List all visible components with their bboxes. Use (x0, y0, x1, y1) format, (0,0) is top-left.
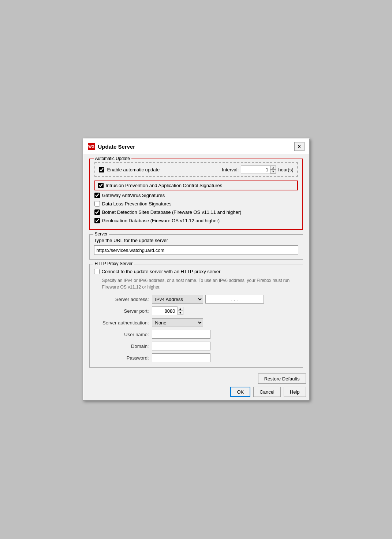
interval-spinner: ▲ ▼ (270, 166, 276, 174)
title-bar-left: WG Update Server (88, 143, 135, 150)
domain-row: Domain: (94, 342, 298, 350)
server-url-label: Type the URL for the update server (94, 238, 298, 243)
proxy-description: Specify an IPv4 or IPv6 address, or a ho… (102, 277, 298, 290)
interval-label: Interval: (222, 167, 239, 172)
ips-label[interactable]: Intrusion Prevention and Application Con… (106, 183, 223, 188)
close-button[interactable]: × (294, 142, 305, 151)
dlp-checkbox-row: Data Loss Prevention Signatures (94, 200, 298, 208)
update-server-dialog: WG Update Server × Automatic Update Enab… (83, 138, 310, 401)
server-legend: Server (93, 231, 109, 237)
port-up-button[interactable]: ▲ (178, 307, 183, 311)
server-address-row: Server address: IPv4 Address IPv6 Addres… (94, 295, 298, 304)
address-type-select[interactable]: IPv4 Address IPv6 Address Host Name (152, 295, 203, 304)
server-auth-label: Server authentication: (94, 320, 149, 326)
server-address-controls: IPv4 Address IPv6 Address Host Name (152, 295, 264, 304)
dialog-buttons: Restore Defaults OK Cancel Help (83, 373, 309, 400)
password-input[interactable] (152, 353, 210, 362)
interval-unit: hour(s) (278, 167, 293, 172)
av-checkbox-row: Gateway AntiVirus Signatures (94, 191, 298, 200)
username-label: User name: (94, 332, 149, 337)
server-auth-row: Server authentication: None Basic NTLM (94, 318, 298, 327)
interval-group: Interval: ▲ ▼ hour(s) (222, 165, 293, 174)
server-port-input[interactable] (152, 306, 178, 315)
proxy-connect-checkbox[interactable] (94, 269, 100, 274)
app-icon: WG (88, 143, 95, 150)
interval-input[interactable] (241, 165, 270, 174)
server-port-label: Server port: (94, 308, 149, 314)
interval-up-button[interactable]: ▲ (270, 166, 276, 170)
ip-address-input[interactable] (205, 295, 264, 304)
enable-auto-update-row: Enable automatic update Interval: ▲ ▼ ho… (94, 162, 298, 177)
automatic-update-group: Automatic Update Enable automatic update… (89, 159, 303, 230)
botnet-checkbox[interactable] (94, 209, 100, 215)
enable-auto-update-label[interactable]: Enable automatic update (107, 167, 160, 172)
domain-input[interactable] (152, 342, 210, 350)
restore-defaults-button[interactable]: Restore Defaults (258, 373, 306, 384)
server-group: Server Type the URL for the update serve… (89, 234, 303, 260)
enable-auto-update-checkbox[interactable] (99, 167, 104, 172)
server-url-input[interactable] (94, 245, 298, 255)
username-row: User name: (94, 330, 298, 339)
dlp-label[interactable]: Data Loss Prevention Signatures (102, 201, 172, 207)
title-bar: WG Update Server × (83, 139, 309, 154)
password-row: Password: (94, 353, 298, 362)
help-button[interactable]: Help (284, 387, 306, 397)
cancel-button[interactable]: Cancel (253, 387, 280, 397)
interval-input-wrap: ▲ ▼ (241, 165, 276, 174)
geo-checkbox[interactable] (94, 218, 100, 223)
ok-row: OK Cancel Help (86, 387, 306, 397)
port-wrap: ▲ ▼ (152, 306, 183, 315)
server-port-row: Server port: ▲ ▼ (94, 306, 298, 315)
ok-button[interactable]: OK (230, 387, 250, 397)
username-input[interactable] (152, 330, 210, 339)
proxy-connect-label[interactable]: Connect to the update server with an HTT… (102, 269, 221, 274)
dlp-checkbox[interactable] (94, 201, 100, 207)
ips-checkbox-row: Intrusion Prevention and Application Con… (94, 181, 298, 190)
auth-type-select[interactable]: None Basic NTLM (152, 318, 203, 327)
geo-label[interactable]: Geolocation Database (Fireware OS v11.12… (102, 218, 220, 223)
http-proxy-group: HTTP Proxy Server Connect to the update … (89, 264, 303, 368)
interval-down-button[interactable]: ▼ (270, 170, 276, 174)
domain-label: Domain: (94, 343, 149, 349)
av-checkbox[interactable] (94, 193, 100, 198)
automatic-update-legend: Automatic Update (94, 156, 131, 161)
window-title: Update Server (98, 144, 135, 150)
geo-checkbox-row: Geolocation Database (Fireware OS v11.12… (94, 216, 298, 225)
av-label[interactable]: Gateway AntiVirus Signatures (102, 193, 165, 198)
botnet-label[interactable]: Botnet Detection Sites Database (Firewar… (102, 209, 242, 215)
http-proxy-legend: HTTP Proxy Server (93, 261, 134, 266)
server-address-label: Server address: (94, 297, 149, 302)
dialog-body: Automatic Update Enable automatic update… (83, 154, 309, 373)
botnet-checkbox-row: Botnet Detection Sites Database (Firewar… (94, 208, 298, 216)
proxy-fields: Server address: IPv4 Address IPv6 Addres… (94, 295, 298, 362)
password-label: Password: (94, 355, 149, 361)
ips-checkbox[interactable] (98, 183, 104, 188)
restore-row: Restore Defaults (86, 373, 306, 384)
port-spinner: ▲ ▼ (178, 307, 183, 315)
proxy-connect-row: Connect to the update server with an HTT… (94, 267, 298, 276)
port-down-button[interactable]: ▼ (178, 311, 183, 315)
